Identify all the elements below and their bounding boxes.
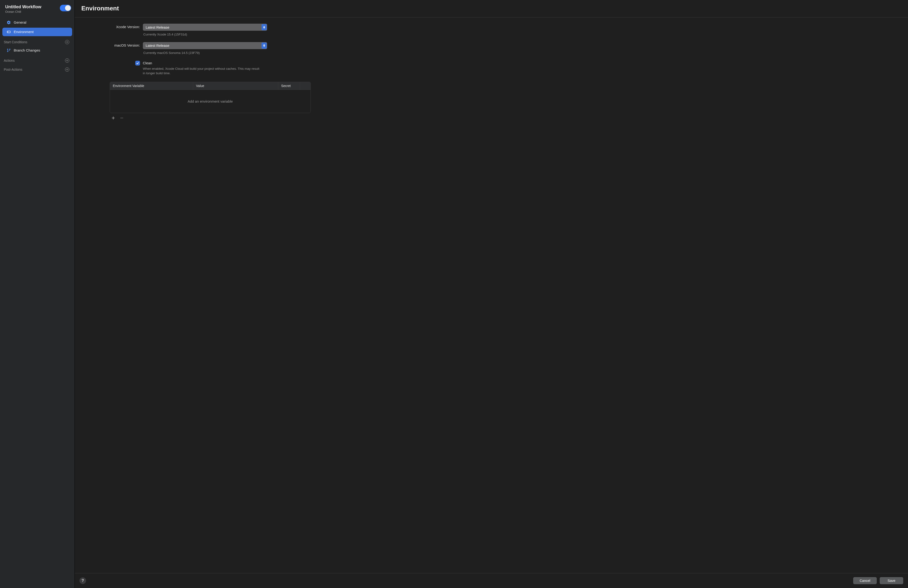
column-header-secret[interactable]: Secret [278,82,300,90]
content-area: Xcode Version: Latest Release Currently … [75,18,908,573]
question-mark-icon: ? [82,578,84,583]
xcode-version-select[interactable]: Latest Release [143,24,267,31]
section-header-actions: Actions [0,55,74,64]
section-header-post-actions: Post-Actions [0,64,74,73]
svg-point-3 [7,51,8,52]
svg-point-4 [10,49,10,50]
sidebar-item-branch-changes[interactable]: Branch Changes [2,46,72,55]
main-panel: Environment Xcode Version: Latest Releas… [75,0,908,588]
section-header-label: Post-Actions [4,68,23,71]
column-header-env-variable[interactable]: Environment Variable [110,82,193,90]
section-header-label: Actions [4,59,14,63]
svg-point-1 [8,32,8,32]
save-button[interactable]: Save [880,577,903,584]
select-value: Latest Release [146,43,169,48]
macos-version-note: Currently macOS Sonoma 14.5 (23F79) [143,49,267,60]
section-header-label: Start Conditions [4,40,27,44]
macos-version-label: macOS Version: [84,42,143,47]
clean-label: Clean [143,61,275,66]
updown-caret-icon [261,43,267,49]
table-header-row: Environment Variable Value Secret [110,82,311,90]
sidebar-item-label: Branch Changes [14,48,40,52]
sidebar-header: Untitled Workflow Ocean Chill [0,2,74,18]
select-value: Latest Release [146,25,169,29]
add-post-action-button[interactable] [65,68,69,72]
main-header: Environment [75,0,908,18]
footer: ? Cancel Save [75,573,908,588]
sidebar-item-general[interactable]: General [2,18,72,27]
env-variables-table: Environment Variable Value Secret Add an… [110,82,311,113]
workflow-enabled-toggle[interactable] [60,5,71,11]
page-title: Environment [81,5,902,12]
cancel-button[interactable]: Cancel [853,577,877,584]
gear-icon [6,20,11,24]
updown-caret-icon [261,24,267,30]
workflow-subtitle: Ocean Chill [5,10,41,13]
xcode-version-label: Xcode Version: [84,24,143,29]
xcode-version-note: Currently Xcode 15.4 (15F31d) [143,31,267,41]
macos-version-select[interactable]: Latest Release [143,42,267,49]
add-env-variable-button[interactable] [111,116,115,120]
workflow-title: Untitled Workflow [5,4,41,10]
sidebar-item-label: General [14,20,26,24]
sidebar: Untitled Workflow Ocean Chill General En… [0,0,75,588]
section-header-start-conditions: Start Conditions [0,37,74,46]
add-action-button[interactable] [65,58,69,63]
clean-description: When enabled, Xcode Cloud will build you… [143,66,261,76]
drive-icon [6,30,11,34]
env-table-empty-text[interactable]: Add an environment variable [110,90,311,113]
clean-checkbox[interactable] [135,61,140,66]
add-start-condition-button[interactable] [65,40,69,44]
column-header-value[interactable]: Value [193,82,278,90]
help-button[interactable]: ? [79,577,86,584]
sidebar-item-environment[interactable]: Environment [2,27,72,36]
column-header-spacer [300,82,311,90]
svg-point-2 [7,49,8,50]
sidebar-item-label: Environment [14,30,34,34]
branch-icon [6,48,11,53]
remove-env-variable-button[interactable] [120,116,124,120]
